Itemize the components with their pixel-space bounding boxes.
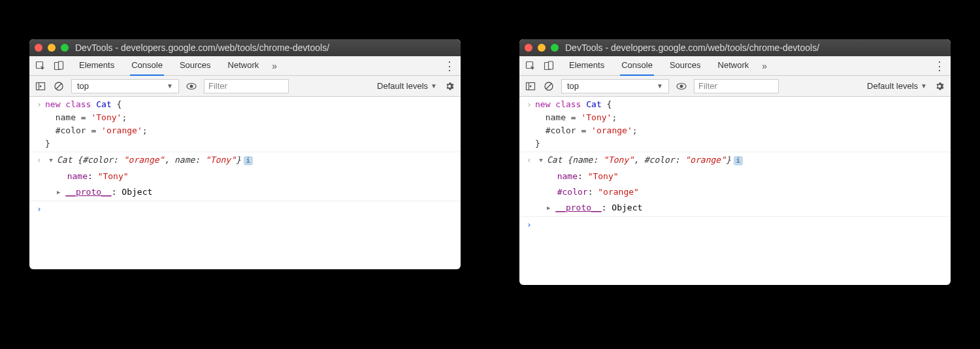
execution-context-selector[interactable]: top ▼ (71, 79, 179, 93)
console-filter-input[interactable] (694, 79, 779, 93)
input-prompt-icon: › (33, 203, 45, 216)
live-expression-icon[interactable] (676, 80, 687, 92)
console-toolbar: top ▼ Default levels ▼ (29, 76, 461, 97)
object-summary[interactable]: Cat {#color: "orange", name: "Tony"} (57, 155, 241, 165)
chevron-down-icon: ▼ (921, 82, 927, 90)
tab-network[interactable]: Network (717, 56, 751, 76)
prop-key: #color (557, 187, 588, 197)
window-titlebar[interactable]: DevTools - developers.google.com/web/too… (519, 39, 951, 56)
prop-key: name (67, 171, 88, 181)
tab-elements[interactable]: Elements (78, 56, 116, 76)
chevron-down-icon: ▼ (657, 82, 663, 90)
svg-point-9 (448, 85, 451, 88)
more-tabs-icon[interactable]: » (762, 61, 767, 71)
prop-val: "orange" (598, 187, 639, 197)
object-proto-row: __proto__: Object (519, 200, 951, 217)
output-prompt-icon: ‹ (33, 154, 45, 167)
log-levels-selector[interactable]: Default levels ▼ (377, 81, 437, 91)
device-toolbar-icon[interactable] (53, 60, 65, 72)
svg-rect-2 (59, 61, 63, 69)
svg-line-6 (56, 84, 61, 89)
console-output: › new class Cat { name = 'Tony'; #color … (519, 97, 951, 285)
toggle-sidebar-icon[interactable] (35, 80, 46, 92)
console-settings-icon[interactable] (444, 80, 455, 92)
inspect-element-icon[interactable] (525, 60, 536, 72)
info-icon[interactable]: i (734, 156, 743, 165)
console-filter-input[interactable] (204, 79, 289, 93)
prop-val: "Tony" (98, 171, 129, 181)
console-prompt-row[interactable]: › (29, 201, 461, 217)
tab-elements[interactable]: Elements (568, 56, 606, 76)
chevron-down-icon: ▼ (167, 82, 173, 90)
object-property-row: #color: "orange" (519, 184, 951, 200)
devtools-tabstrip: Elements Console Sources Network » ⋮ (29, 56, 461, 76)
prop-key: name (557, 171, 578, 181)
context-value: top (77, 81, 89, 91)
svg-rect-12 (549, 61, 553, 69)
input-prompt-icon: › (523, 218, 535, 231)
console-toolbar: top ▼ Default levels ▼ (519, 76, 951, 97)
object-proto-row: __proto__: Object (29, 184, 461, 201)
console-prompt-row[interactable]: › (519, 217, 951, 233)
output-prompt-icon: ‹ (523, 154, 535, 167)
window-titlebar[interactable]: DevTools - developers.google.com/web/too… (29, 39, 461, 56)
console-output: › new class Cat { name = 'Tony'; #color … (29, 97, 461, 269)
expand-toggle-icon[interactable] (49, 154, 52, 167)
proto-val: Object (612, 203, 642, 212)
clear-console-icon[interactable] (543, 80, 555, 92)
devtools-window-right: DevTools - developers.google.com/web/too… (519, 39, 951, 285)
proto-val: Object (122, 187, 152, 197)
input-prompt-icon: › (523, 98, 535, 150)
devtools-tabstrip: Elements Console Sources Network » ⋮ (519, 56, 951, 76)
proto-key[interactable]: __proto__ (555, 203, 601, 212)
execution-context-selector[interactable]: top ▼ (561, 79, 669, 93)
devtools-window-left: DevTools - developers.google.com/web/too… (29, 39, 461, 269)
svg-point-8 (190, 84, 193, 88)
expand-toggle-icon[interactable] (57, 186, 60, 199)
tab-network[interactable]: Network (227, 56, 261, 76)
clear-console-icon[interactable] (53, 80, 65, 92)
svg-line-16 (546, 84, 551, 89)
console-input-echo: › new class Cat { name = 'Tony'; #color … (519, 97, 951, 152)
maximize-window-button[interactable] (61, 44, 69, 52)
window-title: DevTools - developers.google.com/web/too… (565, 42, 819, 53)
input-prompt-icon: › (33, 98, 45, 150)
close-window-button[interactable] (525, 44, 532, 52)
object-property-row: name: "Tony" (29, 169, 461, 184)
expand-toggle-icon[interactable] (547, 201, 550, 214)
maximize-window-button[interactable] (551, 44, 559, 52)
levels-label: Default levels (867, 81, 918, 91)
close-window-button[interactable] (35, 44, 42, 52)
console-input-code[interactable]: new class Cat { name = 'Tony'; #color = … (535, 98, 947, 150)
console-result: ‹ Cat {name: "Tony", #color: "orange"}i (519, 152, 951, 169)
tab-sources[interactable]: Sources (668, 56, 702, 76)
more-tabs-icon[interactable]: » (272, 61, 277, 71)
chevron-down-icon: ▼ (431, 82, 437, 90)
proto-key[interactable]: __proto__ (65, 187, 111, 197)
inspect-element-icon[interactable] (35, 60, 46, 72)
live-expression-icon[interactable] (186, 80, 197, 92)
tab-console[interactable]: Console (620, 56, 654, 76)
svg-point-18 (680, 84, 683, 88)
prop-val: "Tony" (588, 171, 619, 181)
device-toolbar-icon[interactable] (543, 60, 555, 72)
toggle-sidebar-icon[interactable] (525, 80, 536, 92)
console-settings-icon[interactable] (934, 80, 945, 92)
tab-sources[interactable]: Sources (178, 56, 212, 76)
console-input-code[interactable]: new class Cat { name = 'Tony'; #color = … (45, 98, 457, 150)
log-levels-selector[interactable]: Default levels ▼ (867, 81, 927, 91)
info-icon[interactable]: i (244, 156, 253, 165)
window-title: DevTools - developers.google.com/web/too… (75, 42, 329, 53)
console-result: ‹ Cat {#color: "orange", name: "Tony"}i (29, 152, 461, 169)
console-input-echo: › new class Cat { name = 'Tony'; #color … (29, 97, 461, 152)
minimize-window-button[interactable] (538, 44, 546, 52)
context-value: top (567, 81, 579, 91)
levels-label: Default levels (377, 81, 428, 91)
object-summary[interactable]: Cat {name: "Tony", #color: "orange"} (547, 155, 731, 165)
tab-console[interactable]: Console (130, 56, 164, 76)
minimize-window-button[interactable] (48, 44, 56, 52)
expand-toggle-icon[interactable] (539, 154, 542, 167)
object-property-row: name: "Tony" (519, 169, 951, 184)
